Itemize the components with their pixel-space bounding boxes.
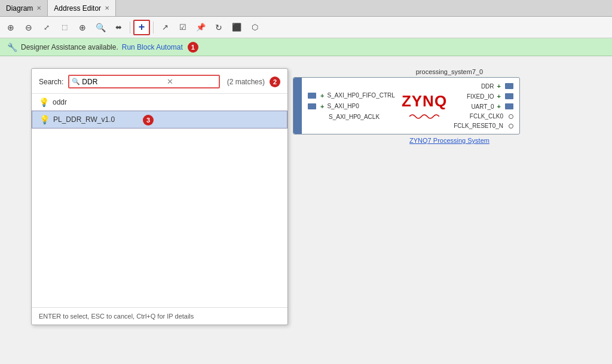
search-input-wrap: 🔍 ✕ xyxy=(68,75,219,88)
zoom-out-icon: ⊖ xyxy=(25,23,32,32)
tab-address-editor-label: Address Editor xyxy=(54,4,101,13)
block-label-above: processing_system7_0 xyxy=(293,68,606,75)
zynq-logo: ZYNQ xyxy=(402,92,447,120)
port-ddr: DDR + xyxy=(454,82,513,90)
port-fixed-io: FIXED_IO + xyxy=(454,93,513,100)
validate-button[interactable]: ☑ xyxy=(175,20,191,35)
crosshair-button[interactable]: ⊕ xyxy=(74,20,91,35)
search-header: Search: 🔍 ✕ (2 matches) 2 xyxy=(32,69,287,94)
run-block-automation-link[interactable]: Run Block Automat xyxy=(122,43,183,51)
settings-button[interactable]: ⬡ xyxy=(246,20,263,35)
port-label-fclk-clk0: FCLK_CLK0 xyxy=(470,113,503,120)
toolbar-sep-1 xyxy=(130,22,130,33)
port-hp0-aclk: S_AXI_HP0_ACLK xyxy=(308,114,395,120)
result-item-oddr[interactable]: 💡 oddr xyxy=(32,94,287,111)
add-ip-icon: + xyxy=(139,21,145,33)
zynq-wave-icon xyxy=(409,113,439,120)
port-plus-icon-1: + xyxy=(320,92,324,99)
search-footer-text: ENTER to select, ESC to cancel, Ctrl+Q f… xyxy=(39,313,194,320)
port-plus-icon-fixed-io: + xyxy=(497,93,501,100)
step-badge-3: 3 xyxy=(143,115,154,126)
align-icon: ⬌ xyxy=(115,23,122,32)
refresh-button[interactable]: ↻ xyxy=(210,20,227,35)
fit-button[interactable]: ⤢ xyxy=(38,20,55,35)
port-label-fixed-io: FIXED_IO xyxy=(467,93,494,100)
pin-icon: 📌 xyxy=(196,23,206,32)
result-item-pl-ddr-rw[interactable]: 💡 PL_DDR_RW_v1.0 3 xyxy=(32,111,287,129)
zoom-in-icon: ⊕ xyxy=(7,23,14,32)
ip-icon-oddr: 💡 xyxy=(39,97,49,107)
refresh-icon: ↻ xyxy=(215,23,222,32)
add-ip-button[interactable]: + xyxy=(133,20,150,35)
tab-diagram-label: Diagram xyxy=(6,4,33,13)
search-panel: Search: 🔍 ✕ (2 matches) 2 💡 oddr 💡 PL_DD… xyxy=(31,68,288,325)
port-label-hp0-aclk: S_AXI_HP0_ACLK xyxy=(329,114,380,120)
port-label-uart0: UART_0 xyxy=(471,103,494,110)
ip-icon-pl-ddr-rw: 💡 xyxy=(39,115,50,124)
search-results: 💡 oddr 💡 PL_DDR_RW_v1.0 3 xyxy=(32,94,287,307)
zynq-block: + S_AXI_HP0_FIFO_CTRL + S_AXI_HP0 S_AXI_… xyxy=(293,77,520,134)
ports-right: DDR + FIXED_IO + UART_0 + xyxy=(454,82,513,129)
result-label-pl-ddr-rw: PL_DDR_RW_v1.0 xyxy=(53,115,115,124)
pin-button[interactable]: 📌 xyxy=(192,20,209,35)
autoconnect-icon: ⬛ xyxy=(232,23,241,32)
result-label-oddr: oddr xyxy=(53,98,67,106)
search-button[interactable]: 🔍 xyxy=(92,20,109,35)
search-clear-button[interactable]: ✕ xyxy=(167,77,173,86)
search-icon: 🔍 xyxy=(96,23,106,32)
port-fclk-reset0-n: FCLK_RESET0_N xyxy=(454,123,513,129)
matches-text: (2 matches) xyxy=(227,78,265,86)
crosshair-icon: ⊕ xyxy=(79,23,86,32)
port-label-hp0: S_AXI_HP0 xyxy=(327,103,359,109)
select-button[interactable]: ⬚ xyxy=(56,20,73,35)
port-hp0-fifo-ctrl: + S_AXI_HP0_FIFO_CTRL xyxy=(308,92,395,99)
select-icon: ⬚ xyxy=(62,23,68,31)
port-label-ddr: DDR xyxy=(481,83,494,90)
assistance-icon: 🔧 xyxy=(7,42,17,52)
port-uart0: UART_0 + xyxy=(454,103,513,110)
port-fclk-clk0: FCLK_CLK0 xyxy=(454,113,513,120)
port-label-fclk-reset0-n: FCLK_RESET0_N xyxy=(454,123,503,129)
zoom-in-button[interactable]: ⊕ xyxy=(2,20,19,35)
zynq-text: ZYNQ xyxy=(402,92,447,111)
ports-left: + S_AXI_HP0_FIFO_CTRL + S_AXI_HP0 S_AXI_… xyxy=(308,92,395,120)
port-plus-icon-2: + xyxy=(320,103,324,110)
step-badge-2: 2 xyxy=(270,77,280,87)
tab-address-editor[interactable]: Address Editor ✕ xyxy=(48,0,116,16)
tab-diagram[interactable]: Diagram ✕ xyxy=(0,0,48,16)
toolbar-sep-2 xyxy=(153,22,154,33)
assistance-bar: 🔧 Designer Assistance available. Run Blo… xyxy=(0,38,612,56)
main-area: Search: 🔍 ✕ (2 matches) 2 💡 oddr 💡 PL_DD… xyxy=(0,56,612,364)
align-button[interactable]: ⬌ xyxy=(110,20,127,35)
tab-bar: Diagram ✕ Address Editor ✕ xyxy=(0,0,612,17)
search-glass-icon: 🔍 xyxy=(72,78,80,85)
diagram-area: processing_system7_0 + S_AXI_HP0_FIFO_CT… xyxy=(293,68,606,358)
port-plus-icon-uart0: + xyxy=(497,103,501,110)
fit-icon: ⤢ xyxy=(44,23,50,32)
port-label-hp0-fifo-ctrl: S_AXI_HP0_FIFO_CTRL xyxy=(327,92,394,99)
port-plus-icon-ddr: + xyxy=(497,82,501,90)
tab-diagram-close[interactable]: ✕ xyxy=(36,5,41,11)
validate-icon: ☑ xyxy=(179,23,186,32)
zoom-out-button[interactable]: ⊖ xyxy=(20,20,37,35)
assistance-badge: 1 xyxy=(188,42,198,53)
port-hp0: + S_AXI_HP0 xyxy=(308,103,395,110)
search-input[interactable] xyxy=(82,78,166,86)
settings-icon: ⬡ xyxy=(252,23,258,32)
assistance-text: Designer Assistance available. xyxy=(21,43,118,51)
connect-button[interactable]: ↗ xyxy=(157,20,173,35)
toolbar: ⊕ ⊖ ⤢ ⬚ ⊕ 🔍 ⬌ + ↗ ☑ 📌 ↻ ⬛ ⬡ xyxy=(0,17,612,38)
autoconnect-button[interactable]: ⬛ xyxy=(228,20,245,35)
block-label-below[interactable]: ZYNQ7 Processing System xyxy=(293,137,606,144)
search-label: Search: xyxy=(39,78,63,86)
connect-icon: ↗ xyxy=(162,23,169,32)
search-footer: ENTER to select, ESC to cancel, Ctrl+Q f… xyxy=(32,307,287,325)
tab-address-editor-close[interactable]: ✕ xyxy=(105,5,109,11)
